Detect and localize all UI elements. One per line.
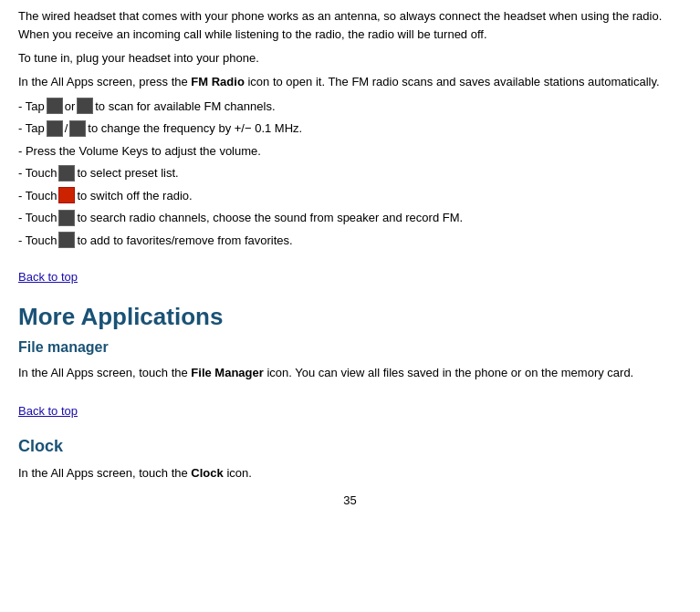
- list-item-preset: - Touch to select preset list.: [18, 164, 682, 182]
- file-manager-text-bold: File Manager: [191, 366, 263, 379]
- freq-down-icon: [47, 120, 63, 137]
- fmradio-text-start: In the All Apps screen, press the: [18, 75, 191, 88]
- list-item-frequency: - Tap / to change the frequency by +/− 0…: [18, 119, 682, 138]
- power-icon: [58, 187, 75, 203]
- preset-icon: [58, 165, 75, 182]
- clock-paragraph: In the All Apps screen, touch the Clock …: [18, 464, 682, 482]
- intro-section: The wired headset that comes with your p…: [18, 7, 682, 92]
- more-applications-heading: More Applications: [18, 299, 682, 335]
- search-radio-icon: [58, 210, 75, 226]
- list-item-favorites: - Touch to add to favorites/remove from …: [18, 232, 682, 250]
- back-to-top-link-1[interactable]: Back to top: [18, 268, 78, 286]
- favorites-icon: [58, 232, 75, 248]
- clock-heading: Clock: [18, 434, 682, 459]
- spacer-2: [18, 388, 682, 395]
- freq-up-icon: [69, 120, 86, 137]
- list-item-preset-text: - Touch to select preset list.: [18, 164, 179, 182]
- file-manager-heading: File manager: [18, 337, 682, 358]
- list-item-scan: - Tap or to scan for available FM channe…: [18, 98, 682, 116]
- list-item-search: - Touch to search radio channels, choose…: [18, 209, 682, 227]
- file-manager-text-end: icon. You can view all files saved in th…: [264, 366, 633, 379]
- scan-next-icon: [77, 98, 93, 114]
- list-item-scan-text: - Tap or to scan for available FM channe…: [18, 98, 276, 116]
- list-item-favorites-text: - Touch to add to favorites/remove from …: [18, 232, 293, 250]
- clock-text-bold: Clock: [191, 466, 223, 480]
- list-item-switch-off-text: - Touch to switch off the radio.: [18, 187, 193, 205]
- clock-text-end: icon.: [224, 466, 252, 480]
- fmradio-text-end: icon to open it. The FM radio scans and …: [245, 75, 660, 88]
- list-item-volume-text: - Press the Volume Keys to adjust the vo…: [18, 142, 261, 161]
- paragraph-tune: To tune in, plug your headset into your …: [18, 49, 682, 67]
- back-to-top-link-2[interactable]: Back to top: [18, 402, 78, 420]
- fmradio-text-bold: FM Radio: [191, 75, 245, 88]
- file-manager-text-start: In the All Apps screen, touch the: [18, 366, 191, 379]
- clock-text-start: In the All Apps screen, touch the: [18, 466, 191, 480]
- file-manager-paragraph: In the All Apps screen, touch the File M…: [18, 364, 682, 382]
- list-item-search-text: - Touch to search radio channels, choose…: [18, 209, 463, 227]
- list-item-frequency-text: - Tap / to change the frequency by +/− 0…: [18, 119, 302, 138]
- list-item-volume: - Press the Volume Keys to adjust the vo…: [18, 142, 682, 161]
- paragraph-fmradio: In the All Apps screen, press the FM Rad…: [18, 73, 682, 91]
- page-number: 35: [18, 492, 682, 510]
- paragraph-antenna: The wired headset that comes with your p…: [18, 7, 682, 44]
- scan-prev-icon: [47, 98, 63, 114]
- list-item-switch-off: - Touch to switch off the radio.: [18, 187, 682, 205]
- spacer-1: [18, 254, 682, 261]
